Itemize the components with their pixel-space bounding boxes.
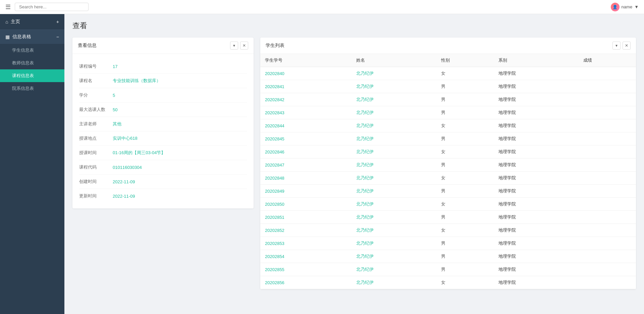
student-score: [579, 159, 636, 172]
search-input[interactable]: [15, 3, 89, 11]
student-dept: 地理学院: [494, 93, 579, 106]
student-score: [579, 132, 636, 145]
student-table: 学生学号姓名性别系别成绩 20202840 北乃纪伊 女 地理学院 202028…: [260, 54, 636, 289]
menu-icon[interactable]: ☰: [5, 3, 11, 11]
table-row[interactable]: 20202841 北乃纪伊 男 地理学院: [260, 80, 636, 93]
student-gender: 男: [436, 237, 494, 250]
student-id[interactable]: 20202853: [260, 237, 352, 250]
student-id[interactable]: 20202852: [260, 224, 352, 237]
info-value: 50: [113, 107, 117, 112]
info-panel-close-btn[interactable]: ✕: [240, 42, 248, 50]
student-name[interactable]: 北乃纪伊: [352, 185, 436, 198]
student-name[interactable]: 北乃纪伊: [352, 211, 436, 224]
student-score: [579, 119, 636, 132]
student-name[interactable]: 北乃纪伊: [352, 159, 436, 172]
sidebar-item-student[interactable]: 学生信息表: [0, 44, 64, 57]
student-score: [579, 198, 636, 211]
table-row[interactable]: 20202842 北乃纪伊 男 地理学院: [260, 93, 636, 106]
collapse-icon[interactable]: −: [56, 34, 59, 40]
student-name[interactable]: 北乃纪伊: [352, 93, 436, 106]
table-row[interactable]: 20202840 北乃纪伊 女 地理学院: [260, 67, 636, 80]
info-row: 创建时间 2022-11-09: [79, 175, 247, 189]
student-table-wrapper: 学生学号姓名性别系别成绩 20202840 北乃纪伊 女 地理学院 202028…: [260, 54, 636, 289]
student-name[interactable]: 北乃纪伊: [352, 172, 436, 185]
table-row[interactable]: 20202852 北乃纪伊 女 地理学院: [260, 224, 636, 237]
student-score: [579, 67, 636, 80]
student-name[interactable]: 北乃纪伊: [352, 80, 436, 93]
student-gender: 男: [436, 132, 494, 145]
table-row[interactable]: 20202847 北乃纪伊 男 地理学院: [260, 159, 636, 172]
info-panel-collapse-btn[interactable]: ▾: [230, 42, 238, 50]
student-id[interactable]: 20202840: [260, 67, 352, 80]
student-panel-close-btn[interactable]: ✕: [623, 42, 631, 50]
student-id[interactable]: 20202847: [260, 159, 352, 172]
student-dept: 地理学院: [494, 224, 579, 237]
student-id[interactable]: 20202842: [260, 93, 352, 106]
user-area[interactable]: 👤 name ▼: [611, 3, 639, 11]
student-id[interactable]: 20202856: [260, 276, 352, 289]
student-id[interactable]: 20202848: [260, 172, 352, 185]
student-name[interactable]: 北乃纪伊: [352, 237, 436, 250]
student-dept: 地理学院: [494, 250, 579, 263]
info-label: 课程名: [79, 78, 113, 84]
table-row[interactable]: 20202844 北乃纪伊 女 地理学院: [260, 119, 636, 132]
table-row[interactable]: 20202856 北乃纪伊 女 地理学院: [260, 276, 636, 289]
student-score: [579, 276, 636, 289]
table-column-header: 性别: [436, 54, 494, 67]
student-panel-collapse-btn[interactable]: ▾: [612, 42, 621, 50]
student-name[interactable]: 北乃纪伊: [352, 198, 436, 211]
student-score: [579, 80, 636, 93]
info-row: 授课时间 01-16周的【周三03-04节】: [79, 146, 247, 160]
sidebar-item-home[interactable]: ⌂ 主页 +: [0, 14, 64, 29]
info-label: 创建时间: [79, 179, 113, 185]
student-id[interactable]: 20202850: [260, 198, 352, 211]
table-row[interactable]: 20202851 北乃纪伊 男 地理学院: [260, 211, 636, 224]
student-id[interactable]: 20202854: [260, 250, 352, 263]
student-id[interactable]: 20202849: [260, 185, 352, 198]
student-gender: 男: [436, 250, 494, 263]
sidebar-item-teacher[interactable]: 教师信息表: [0, 57, 64, 69]
add-icon[interactable]: +: [56, 19, 59, 24]
table-row[interactable]: 20202850 北乃纪伊 女 地理学院: [260, 198, 636, 211]
student-name[interactable]: 北乃纪伊: [352, 145, 436, 159]
table-row[interactable]: 20202846 北乃纪伊 女 地理学院: [260, 145, 636, 159]
student-table-body: 20202840 北乃纪伊 女 地理学院 20202841 北乃纪伊 男 地理学…: [260, 67, 636, 289]
info-row: 学分 5: [79, 88, 247, 103]
info-row: 课程名 专业技能训练（数据库）: [79, 74, 247, 88]
student-id[interactable]: 20202855: [260, 263, 352, 276]
student-id[interactable]: 20202843: [260, 106, 352, 119]
table-row[interactable]: 20202845 北乃纪伊 男 地理学院: [260, 132, 636, 145]
info-row: 课程代码 010116030304: [79, 160, 247, 175]
info-label: 授课地点: [79, 135, 113, 141]
student-name[interactable]: 北乃纪伊: [352, 106, 436, 119]
table-row[interactable]: 20202855 北乃纪伊 男 地理学院: [260, 263, 636, 276]
student-name[interactable]: 北乃纪伊: [352, 276, 436, 289]
sidebar-section-header[interactable]: ▦ 信息表格 −: [0, 30, 64, 44]
table-row[interactable]: 20202843 北乃纪伊 男 地理学院: [260, 106, 636, 119]
table-row[interactable]: 20202848 北乃纪伊 女 地理学院: [260, 172, 636, 185]
sidebar-item-department[interactable]: 院系信息表: [0, 82, 64, 95]
student-name[interactable]: 北乃纪伊: [352, 263, 436, 276]
table-row[interactable]: 20202854 北乃纪伊 男 地理学院: [260, 250, 636, 263]
sidebar-home-label: 主页: [11, 19, 20, 25]
student-id[interactable]: 20202851: [260, 211, 352, 224]
student-name[interactable]: 北乃纪伊: [352, 119, 436, 132]
student-name[interactable]: 北乃纪伊: [352, 67, 436, 80]
info-row: 授课地点 实训中心618: [79, 131, 247, 146]
student-name[interactable]: 北乃纪伊: [352, 250, 436, 263]
student-table-head: 学生学号姓名性别系别成绩: [260, 54, 636, 67]
info-value: 5: [113, 93, 115, 98]
sidebar-section-label: 信息表格: [12, 34, 31, 40]
student-name[interactable]: 北乃纪伊: [352, 132, 436, 145]
student-gender: 女: [436, 67, 494, 80]
table-row[interactable]: 20202849 北乃纪伊 男 地理学院: [260, 185, 636, 198]
student-id[interactable]: 20202841: [260, 80, 352, 93]
student-name[interactable]: 北乃纪伊: [352, 224, 436, 237]
sidebar-item-course[interactable]: 课程信息表: [0, 69, 64, 82]
info-panel-title: 查看信息: [78, 43, 97, 49]
student-gender: 女: [436, 198, 494, 211]
table-row[interactable]: 20202853 北乃纪伊 男 地理学院: [260, 237, 636, 250]
student-id[interactable]: 20202845: [260, 132, 352, 145]
student-id[interactable]: 20202846: [260, 145, 352, 159]
student-id[interactable]: 20202844: [260, 119, 352, 132]
